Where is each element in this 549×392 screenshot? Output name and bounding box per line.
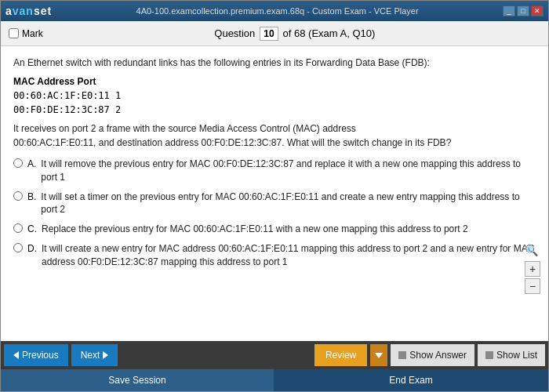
option-b[interactable]: B. It will set a timer on the previous e… [13, 191, 536, 217]
show-list-button[interactable]: Show List [478, 344, 545, 366]
option-c-letter: C. [27, 223, 37, 236]
option-b-letter: B. [27, 191, 36, 204]
question-info: Question 10 of 68 (Exam A, Q10) [49, 27, 540, 41]
radio-c[interactable] [13, 223, 23, 233]
maximize-button[interactable]: □ [517, 5, 529, 16]
previous-button[interactable]: Previous [4, 344, 68, 366]
title-bar: avanset 4A0-100.examcollection.premium.e… [1, 1, 548, 21]
fdb-table: MAC Address Port 00:60:AC:1F:E0:11 1 00:… [13, 76, 536, 115]
zoom-controls: 🔍 + − [525, 244, 540, 294]
question-label: Question [214, 27, 255, 39]
save-session-button[interactable]: Save Session [1, 369, 274, 391]
logo: avanset [5, 5, 52, 17]
next-icon [103, 351, 108, 359]
next-button[interactable]: Next [71, 344, 118, 366]
title-bar-left: avanset [5, 5, 52, 17]
radio-d[interactable] [13, 243, 23, 252]
option-c[interactable]: C. Replace the previous entry for MAC 00… [13, 223, 536, 236]
previous-icon [13, 351, 19, 359]
option-b-text: It will set a timer on the previous entr… [41, 191, 536, 217]
option-c-text: Replace the previous entry for MAC 00:60… [42, 223, 468, 236]
content-area: An Ethernet switch with redundant links … [1, 46, 548, 341]
option-d-text: It will create a new entry for MAC addre… [42, 242, 536, 269]
mark-label: Mark [22, 28, 43, 39]
review-dropdown-button[interactable] [370, 344, 387, 366]
search-icon: 🔍 [525, 244, 540, 256]
zoom-out-button[interactable]: − [525, 278, 540, 294]
question-total: of 68 (Exam A, Q10) [283, 27, 376, 39]
show-answer-button[interactable]: Show Answer [391, 344, 474, 366]
fdb-row1: 00:60:AC:1F:E0:11 1 [13, 90, 536, 101]
main-window: avanset 4A0-100.examcollection.premium.e… [0, 0, 549, 392]
show-list-icon [485, 351, 493, 359]
bottom-nav-bar: Previous Next Review Show Answer Show Li… [1, 341, 548, 369]
options-container: A. It will remove the previous entry for… [13, 158, 536, 269]
mark-checkbox-container[interactable]: Mark [9, 28, 43, 39]
window-title: 4A0-100.examcollection.premium.exam.68q … [52, 6, 503, 16]
zoom-in-button[interactable]: + [525, 261, 540, 277]
question-number: 10 [260, 27, 278, 41]
option-d-letter: D. [27, 242, 37, 256]
question-body-line2: It receives on port 2 a frame with the s… [13, 122, 536, 150]
option-a[interactable]: A. It will remove the previous entry for… [13, 158, 536, 184]
review-arrow-icon [375, 353, 383, 358]
end-exam-button[interactable]: End Exam [274, 369, 548, 391]
radio-a[interactable] [13, 158, 23, 168]
minimize-button[interactable]: _ [503, 5, 515, 16]
close-button[interactable]: ✕ [531, 5, 544, 16]
question-body-line1: An Ethernet switch with redundant links … [13, 56, 536, 70]
fdb-header: MAC Address Port [13, 76, 536, 87]
option-d[interactable]: D. It will create a new entry for MAC ad… [13, 242, 536, 269]
option-a-letter: A. [27, 158, 36, 171]
show-answer-icon [398, 351, 406, 359]
window-controls: _ □ ✕ [503, 5, 544, 16]
status-bar: Save Session End Exam [1, 369, 548, 391]
review-button[interactable]: Review [314, 344, 367, 366]
toolbar: Mark Question 10 of 68 (Exam A, Q10) [1, 21, 548, 46]
radio-b[interactable] [13, 191, 23, 201]
mark-checkbox[interactable] [9, 28, 19, 38]
fdb-row2: 00:F0:DE:12:3C:87 2 [13, 104, 536, 115]
option-a-text: It will remove the previous entry for MA… [41, 158, 536, 184]
